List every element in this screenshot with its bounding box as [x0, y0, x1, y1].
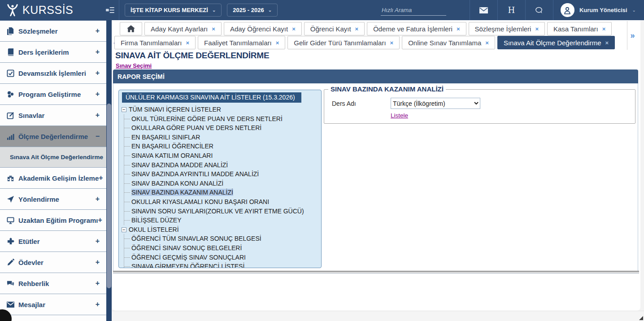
modules-icon: [7, 91, 18, 98]
sidebar-item-mesajlar[interactable]: Mesajlar +: [0, 294, 106, 315]
ders-adi-select[interactable]: Türkçe (İlkögretim): [391, 98, 480, 109]
user-icon: [562, 5, 572, 15]
sidebar-subitem-sinava-ait-olcme[interactable]: Sınava Ait Ölçme Değerlendirme: [0, 147, 106, 168]
sidebar-item-sinavlar[interactable]: Sınavlar +: [0, 105, 106, 126]
topbar-divider: [119, 0, 119, 20]
user-role-label: Kurum Yöneticisi: [579, 7, 627, 13]
comments-icon: [7, 280, 18, 287]
user-menu[interactable]: Kurum Yöneticisi ⌄: [553, 0, 644, 20]
sidebar-item-olcme-degerlendirme[interactable]: Ölçme Değerlendirme −: [0, 126, 106, 147]
edit-square-icon: [7, 112, 18, 119]
close-icon[interactable]: ×: [605, 40, 609, 46]
tree-item[interactable]: SINAV BAZINDA AYRINTILI MADDE ANALİZİ: [124, 169, 319, 179]
tree-item[interactable]: SINAV BAZINDA KONU ANALİZİ: [124, 179, 319, 188]
navigation-arrow-icon: [7, 195, 18, 203]
pencil-icon: [7, 259, 18, 266]
sidebar-item-akademik-gelisim[interactable]: Akademik Gelişim İzleme +: [0, 168, 106, 189]
home-icon: [127, 25, 135, 32]
sidebar-item-program-gelistirme[interactable]: Program Geliştirme +: [0, 84, 106, 105]
mail-button[interactable]: [470, 0, 497, 20]
chevron-down-icon: ⌄: [212, 8, 216, 13]
close-icon[interactable]: ×: [276, 40, 279, 46]
topbar-right-cluster: H Kurum Yöneticisi ⌄: [381, 0, 644, 20]
listele-link[interactable]: Listele: [391, 112, 408, 119]
sidebar-scrollbar[interactable]: [106, 20, 112, 321]
tree-item[interactable]: ÖĞRENCİ SINAV SONUÇ BELGELERİ: [124, 243, 319, 253]
tree-group-children: ÖĞRENCİ TÜM SINAVLAR SONUÇ BELGESİ ÖĞREN…: [124, 234, 319, 268]
expand-plus-icon: +: [96, 300, 100, 308]
close-icon[interactable]: ×: [355, 26, 359, 32]
sidebar-item-devamsizlik[interactable]: Devamsızlık İşlemleri +: [0, 63, 106, 84]
tab-aday-kayit-ayarlari[interactable]: Aday Kayıt Ayarları ×: [144, 22, 222, 35]
tab-sinava-ait-olcme-degerlendirme[interactable]: Sınava Ait Ölçme Değerlendirme ×: [497, 36, 615, 49]
tree-item[interactable]: OKUL TÜRLERİNE GÖRE PUAN VE DERS NETLERİ: [124, 114, 319, 124]
collapse-minus-icon[interactable]: −: [122, 227, 126, 232]
tab-scroll-right-button[interactable]: »: [627, 21, 638, 50]
tab-online-sinav-tanimlama[interactable]: Online Sınav Tanımlama ×: [402, 36, 495, 49]
tree-item[interactable]: SINAV BAZINDA MADDE ANALİZİ: [124, 160, 319, 170]
panel-horizontal-scrollbar[interactable]: [113, 271, 639, 273]
close-icon[interactable]: ×: [602, 26, 606, 32]
kazanim-analizi-fieldset: SINAV BAZINDA KAZANIM ANALİZİ Ders Adı T…: [324, 89, 635, 124]
tree-item[interactable]: SINAVIN SORU SAYILARI(ZORLUK VE AYIRT ET…: [124, 207, 319, 216]
tree-item[interactable]: SINAVA GİRMEYEN ÖĞRENCİ LİSTESİ: [124, 262, 319, 268]
tab-home[interactable]: [120, 22, 142, 35]
close-icon[interactable]: ×: [390, 40, 394, 46]
tab-gelir-gider-turu[interactable]: Gelir Gider Türü Tanımlamaları ×: [287, 36, 400, 49]
tab-row-1: Aday Kayıt Ayarları × Aday Öğrenci Kayıt…: [120, 22, 612, 35]
tree-group-tum-sinavi[interactable]: − TÜM SINAVI İÇEREN LİSTELER: [122, 105, 319, 114]
expand-plus-icon: +: [96, 279, 100, 287]
app-logo[interactable]: KURSSİS: [0, 4, 101, 17]
tree-item[interactable]: ÖĞRENCİ GEÇMİŞ SINAV SONUÇLARI: [124, 253, 319, 262]
tree-item[interactable]: SINAVA KATILIM ORANLARI: [124, 151, 319, 160]
search-input[interactable]: [381, 5, 446, 16]
tree-group-children: OKUL TÜRLERİNE GÖRE PUAN VE DERS NETLERİ…: [124, 114, 319, 225]
report-selection-panel: ÜNLÜLER KARMASI3 SINAVINA AİT LİSTELER (…: [113, 83, 638, 272]
sidebar-item-etutler[interactable]: Etütler +: [0, 231, 106, 252]
tab-odeme-ve-fatura[interactable]: Ödeme ve Fatura İşlemleri ×: [367, 22, 466, 35]
close-icon[interactable]: ×: [457, 26, 460, 32]
sinav-secimi-link[interactable]: Sınav Seçimi: [116, 62, 152, 69]
tree-item[interactable]: EN BAŞARILI SINIFLAR: [124, 133, 319, 142]
tab-kasa-tanimlari[interactable]: Kasa Tanımları ×: [547, 22, 612, 35]
expand-plus-icon: +: [96, 111, 100, 119]
tree-item-selected[interactable]: SINAV BAZINDA KAZANIM ANALİZİ: [124, 188, 319, 197]
h-service-button[interactable]: H: [497, 0, 525, 20]
sidebar-item-odevler[interactable]: Ödevler +: [0, 252, 106, 273]
school-year-selector[interactable]: 2025 - 2026 ⌄: [227, 4, 278, 17]
tree-item[interactable]: EN BAŞARILI ÖĞRENCİLER: [124, 142, 319, 151]
tab-firma-tanimlamalari[interactable]: Firma Tanımlamaları ×: [114, 36, 196, 49]
sidebar-toggle-icon[interactable]: [101, 0, 119, 20]
sidebar-item-uzaktan-egitim[interactable]: Uzaktan Eğitim Programı +: [0, 210, 106, 231]
collapse-minus-icon[interactable]: −: [122, 107, 126, 112]
sidebar-item-sozlesmeler[interactable]: Sözleşmeler +: [0, 21, 106, 42]
tree-group-okul-listeleri[interactable]: − OKUL LİSTELERİ: [122, 225, 319, 234]
sidebar-item-ders-iceriklerim[interactable]: Ders İçeriklerim +: [0, 42, 106, 63]
tree-item[interactable]: BİLİŞSEL DÜZEY: [124, 216, 319, 225]
close-icon[interactable]: ×: [535, 26, 539, 32]
expand-plus-icon: +: [96, 195, 100, 203]
tree-item[interactable]: ÖĞRENCİ TÜM SINAVLAR SONUÇ BELGESİ: [124, 234, 319, 243]
sidebar-scrollbar-thumb[interactable]: [107, 104, 111, 288]
checkbox-icon: [7, 69, 18, 77]
close-icon[interactable]: ×: [485, 40, 489, 46]
tab-row-2: Firma Tanımlamaları × Faaliyet Tanımlama…: [114, 36, 615, 49]
close-icon[interactable]: ×: [292, 26, 296, 32]
avatar: [561, 3, 574, 17]
close-icon[interactable]: ×: [186, 40, 189, 46]
tree-item[interactable]: OKULLARA GÖRE PUAN VE DERS NETLERİ: [124, 123, 319, 133]
tab-sozlesme-islemleri[interactable]: Sözleşme İşlemleri ×: [469, 22, 545, 35]
tab-faaliyet-tanimlamalari[interactable]: Faaliyet Tanımlamaları ×: [198, 36, 285, 49]
puzzle-icon: [7, 238, 18, 245]
h-badge: H: [508, 5, 515, 15]
expand-plus-icon: +: [96, 258, 100, 266]
close-icon[interactable]: ×: [212, 26, 215, 32]
tree-item[interactable]: OKULLAR KIYASLAMALI KONU BAŞARI ORANI: [124, 197, 319, 207]
tree-root-node[interactable]: ÜNLÜLER KARMASI3 SINAVINA AİT LİSTELER (…: [122, 92, 301, 103]
chat-button[interactable]: [525, 0, 553, 20]
sidebar-item-yonlendirme[interactable]: Yönlendirme +: [0, 189, 106, 210]
tab-ogrenci-kayit[interactable]: Öğrenci Kayıt ×: [304, 22, 365, 35]
tab-aday-ogrenci-kayit[interactable]: Aday Öğrenci Kayıt ×: [224, 22, 302, 35]
organization-selector[interactable]: İŞTE KİTAP KURS MERKEZİ ⌄: [125, 4, 222, 17]
sidebar-item-rehberlik[interactable]: Rehberlik +: [0, 273, 106, 294]
